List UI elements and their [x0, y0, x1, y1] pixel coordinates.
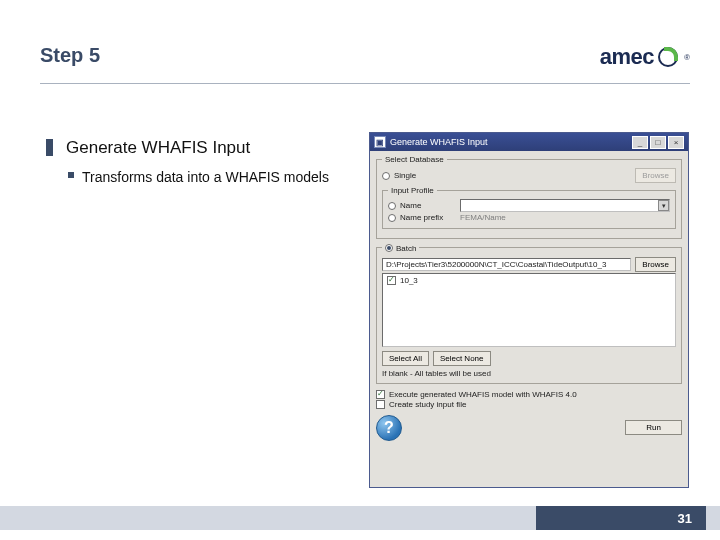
dialog-titlebar[interactable]: ▣ Generate WHAFIS Input _ □ × — [370, 133, 688, 151]
group-input-profile-label: Input Profile — [388, 186, 437, 195]
radio-single[interactable] — [382, 172, 390, 180]
radio-batch[interactable] — [385, 244, 393, 252]
browse-database-button[interactable]: Browse — [635, 168, 676, 183]
select-none-button[interactable]: Select None — [433, 351, 491, 366]
page-number: 31 — [678, 511, 692, 526]
chk-execute[interactable] — [376, 390, 385, 399]
radio-name-prefix[interactable] — [388, 214, 396, 222]
content-block: Generate WHAFIS Input Transforms data in… — [46, 138, 356, 187]
group-select-database: Select Database Single Browse Input Prof… — [376, 155, 682, 239]
logo: amec ® — [600, 44, 690, 70]
slide-header: Step 5 amec ® — [40, 44, 690, 84]
chk-execute-label: Execute generated WHAFIS model with WHAF… — [389, 390, 577, 399]
group-select-database-label: Select Database — [382, 155, 447, 164]
bullet-level1: Generate WHAFIS Input — [46, 138, 356, 158]
radio-name[interactable] — [388, 202, 396, 210]
batch-note: If blank - All tables will be used — [382, 369, 676, 378]
radio-single-label: Single — [394, 171, 416, 180]
dialog-title: Generate WHAFIS Input — [390, 137, 488, 147]
browse-batch-button[interactable]: Browse — [635, 257, 676, 272]
radio-name-label: Name — [400, 201, 456, 210]
whafis-dialog: ▣ Generate WHAFIS Input _ □ × Select Dat… — [369, 132, 689, 488]
chevron-down-icon[interactable]: ▾ — [658, 200, 669, 211]
group-input-profile: Input Profile Name ▾ Name prefix FEMA/Na… — [382, 186, 676, 229]
batch-listbox[interactable]: 10_3 — [382, 273, 676, 347]
slide-title: Step 5 — [40, 44, 100, 67]
select-all-button[interactable]: Select All — [382, 351, 429, 366]
logo-swirl-icon — [658, 47, 678, 67]
logo-text: amec — [600, 44, 654, 70]
name-combo[interactable]: ▾ — [460, 199, 670, 212]
group-batch: Batch D:\Projects\Tier3\5200000N\CT_ICC\… — [376, 243, 682, 384]
name-prefix-hint: FEMA/Name — [460, 213, 506, 222]
slide-footer: 31 — [0, 506, 720, 530]
system-menu-icon[interactable]: ▣ — [374, 136, 386, 148]
bullet-level2: Transforms data into a WHAFIS models — [46, 168, 356, 187]
footer-bar-dark: 31 — [536, 506, 706, 530]
minimize-button[interactable]: _ — [632, 136, 648, 149]
logo-trademark: ® — [684, 53, 690, 62]
radio-name-prefix-label: Name prefix — [400, 213, 456, 222]
dialog-body: Select Database Single Browse Input Prof… — [370, 151, 688, 487]
help-icon[interactable]: ? — [376, 415, 402, 441]
list-item-checkbox[interactable] — [387, 276, 396, 285]
batch-path-field[interactable]: D:\Projects\Tier3\5200000N\CT_ICC\Coasta… — [382, 258, 631, 271]
group-batch-label: Batch — [396, 244, 416, 253]
name-combo-field[interactable] — [460, 199, 670, 212]
chk-create-label: Create study input file — [389, 400, 466, 409]
list-item-label: 10_3 — [400, 276, 418, 285]
maximize-button[interactable]: □ — [650, 136, 666, 149]
chk-create[interactable] — [376, 400, 385, 409]
list-item[interactable]: 10_3 — [387, 276, 671, 285]
run-button[interactable]: Run — [625, 420, 682, 435]
close-button[interactable]: × — [668, 136, 684, 149]
